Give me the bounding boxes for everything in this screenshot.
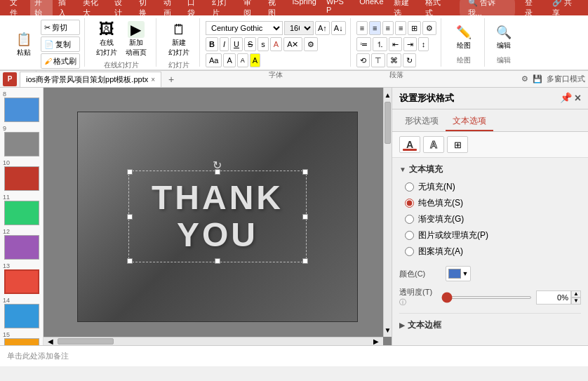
highlight-button[interactable]: A bbox=[250, 53, 260, 67]
cut-button[interactable]: ✂ 剪切 bbox=[41, 20, 80, 35]
align-center-button[interactable]: ≡ bbox=[369, 21, 380, 35]
text-effect-icon-btn[interactable]: ⊞ bbox=[447, 136, 468, 153]
handle-ml[interactable] bbox=[127, 214, 133, 220]
slide-thumb-14[interactable]: 14 bbox=[3, 297, 40, 328]
cloud-save-icon[interactable]: 💾 bbox=[533, 74, 542, 83]
solid-fill-option[interactable]: 纯色填充(S) bbox=[405, 197, 581, 209]
bullet-button[interactable]: ≔ bbox=[356, 37, 371, 51]
add-tab-button[interactable]: + bbox=[164, 72, 178, 86]
color-picker-button[interactable]: ▼ bbox=[446, 266, 471, 281]
indent-more-button[interactable]: ⇥ bbox=[403, 37, 417, 51]
underline-button[interactable]: U bbox=[230, 37, 243, 51]
opacity-input[interactable] bbox=[536, 290, 571, 305]
gradient-fill-radio[interactable] bbox=[405, 215, 414, 224]
convert-button[interactable]: ↻ bbox=[403, 53, 416, 67]
canvas-work[interactable]: ↻ THANK YOU ▲ ▼ bbox=[44, 88, 392, 345]
clear-format-button[interactable]: A✕ bbox=[283, 37, 302, 51]
menu-bar[interactable]: 文件 开始 插入 美化大 设计 切换 动画 口袋 幻灯片 审阅 视图 iSpri… bbox=[6, 0, 582, 20]
text-fill-icon-btn[interactable]: A bbox=[399, 136, 420, 153]
no-fill-radio[interactable] bbox=[405, 182, 414, 192]
menu-file[interactable]: 文件 bbox=[6, 0, 29, 20]
increase-font-button[interactable]: A↑ bbox=[315, 21, 330, 35]
menu-home[interactable]: 开始 bbox=[30, 0, 53, 20]
font-color-button[interactable]: A bbox=[270, 37, 282, 51]
color-dropdown-arrow[interactable]: ▼ bbox=[462, 270, 469, 277]
menu-view[interactable]: 视图 bbox=[264, 0, 287, 20]
font-name-select[interactable]: Century Gothic bbox=[206, 21, 283, 35]
columns-button[interactable]: ⊞ bbox=[408, 21, 421, 35]
handle-bl[interactable] bbox=[127, 258, 133, 264]
settings-icon[interactable]: ⚙ bbox=[521, 74, 528, 83]
online-slides-button[interactable]: 🖼 在线 幻灯片 bbox=[93, 20, 120, 59]
slide-thumb-13[interactable]: 13 bbox=[3, 262, 40, 294]
menu-ispring[interactable]: iSpring bbox=[288, 0, 321, 20]
scroll-thumb-h[interactable] bbox=[58, 338, 114, 345]
format-painter-button[interactable]: 🖌 格式刷 bbox=[41, 53, 80, 69]
panel-close-button[interactable]: × bbox=[575, 92, 581, 105]
smartart-button[interactable]: ⌘ bbox=[387, 53, 401, 67]
bold-button[interactable]: B bbox=[206, 37, 218, 51]
new-slide-button[interactable]: 🗒 新建 幻灯片 bbox=[166, 20, 192, 59]
indent-less-button[interactable]: ⇤ bbox=[389, 37, 402, 51]
panel-pin-button[interactable]: 📌 bbox=[560, 92, 572, 105]
menu-search[interactable]: 🔍 告诉我... bbox=[460, 0, 516, 20]
menu-oneke[interactable]: OneKe bbox=[355, 0, 387, 20]
pattern-fill-radio[interactable] bbox=[405, 247, 414, 256]
menu-share[interactable]: 🔗 共享 bbox=[548, 0, 582, 20]
menu-new[interactable]: 新建选 bbox=[389, 0, 420, 20]
text-direction-button[interactable]: ⟲ bbox=[356, 53, 370, 67]
opacity-slider[interactable] bbox=[441, 296, 532, 299]
shadow-button[interactable]: s bbox=[258, 37, 269, 51]
line-spacing-button[interactable]: ↕ bbox=[418, 37, 429, 51]
italic-button[interactable]: I bbox=[220, 37, 229, 51]
decrease-font-button[interactable]: A↓ bbox=[331, 21, 346, 35]
text-align-v-button[interactable]: ⊤ bbox=[371, 53, 385, 67]
menu-review[interactable]: 审阅 bbox=[239, 0, 262, 20]
handle-tr[interactable] bbox=[302, 169, 308, 175]
notes-area[interactable]: 单击此处添加备注 bbox=[0, 345, 588, 366]
handle-bc[interactable] bbox=[215, 258, 220, 264]
shape-options-tab[interactable]: 形状选项 bbox=[398, 112, 446, 131]
no-fill-option[interactable]: 无填充(N) bbox=[405, 181, 581, 193]
picture-fill-radio[interactable] bbox=[405, 231, 414, 240]
multi-window-label[interactable]: 多窗口模式 bbox=[547, 74, 585, 84]
picture-fill-option[interactable]: 图片或纹理填充(P) bbox=[405, 229, 581, 241]
menu-design[interactable]: 设计 bbox=[110, 0, 133, 20]
canvas-scrollbar-v[interactable]: ▲ ▼ bbox=[383, 88, 392, 337]
scroll-right-button[interactable]: ▶ bbox=[369, 337, 383, 345]
align-right-button[interactable]: ≡ bbox=[382, 21, 394, 35]
new-animation-button[interactable]: ▶ 新加 动画页 bbox=[123, 20, 149, 59]
menu-animation[interactable]: 动画 bbox=[159, 0, 182, 20]
text-case-button[interactable]: Aa bbox=[206, 53, 222, 67]
menu-beautify[interactable]: 美化大 bbox=[79, 0, 109, 20]
opacity-down-button[interactable]: ▼ bbox=[571, 298, 581, 305]
slide-thumb-9[interactable]: 9 bbox=[3, 125, 40, 156]
text-border-section-header[interactable]: ▶ 文本边框 bbox=[399, 313, 581, 331]
gradient-fill-option[interactable]: 渐变填充(G) bbox=[405, 213, 581, 225]
text-outline-icon-btn[interactable]: A bbox=[423, 136, 444, 153]
copy-button[interactable]: 📄 复制 bbox=[41, 36, 80, 52]
edit-button[interactable]: 🔍 编辑 bbox=[491, 22, 516, 52]
canvas-scrollbar-h[interactable]: ◀ ▶ bbox=[44, 337, 383, 345]
menu-format[interactable]: 格式式 bbox=[421, 0, 451, 20]
font-size-select[interactable]: 166 bbox=[284, 21, 314, 35]
slide-thumb-8[interactable]: 8 bbox=[3, 91, 40, 122]
menu-login[interactable]: 登录 bbox=[521, 0, 544, 20]
menu-pocket[interactable]: 口袋 bbox=[183, 0, 206, 20]
text-fill-section-header[interactable]: ▼ 文本填充 bbox=[399, 163, 581, 175]
menu-insert[interactable]: 插入 bbox=[54, 0, 77, 20]
doc-tab-close-button[interactable]: × bbox=[151, 76, 155, 83]
scroll-down-button[interactable]: ▼ bbox=[384, 323, 392, 337]
menu-transition[interactable]: 切换 bbox=[135, 0, 158, 20]
opacity-up-button[interactable]: ▲ bbox=[571, 290, 581, 298]
font-settings-button[interactable]: ⚙ bbox=[304, 37, 318, 51]
menu-slideshow[interactable]: 幻灯片 bbox=[208, 0, 238, 20]
menu-wps[interactable]: WPS P bbox=[322, 0, 354, 20]
strikethrough-button[interactable]: S bbox=[244, 37, 256, 51]
text-options-tab[interactable]: 文本选项 bbox=[446, 112, 493, 131]
pattern-fill-option[interactable]: 图案填充(A) bbox=[405, 246, 581, 258]
handle-br[interactable] bbox=[302, 258, 308, 264]
slide-thumb-12[interactable]: 12 bbox=[3, 228, 40, 260]
scroll-left-button[interactable]: ◀ bbox=[44, 337, 58, 345]
notes-placeholder[interactable]: 单击此处添加备注 bbox=[7, 351, 69, 361]
